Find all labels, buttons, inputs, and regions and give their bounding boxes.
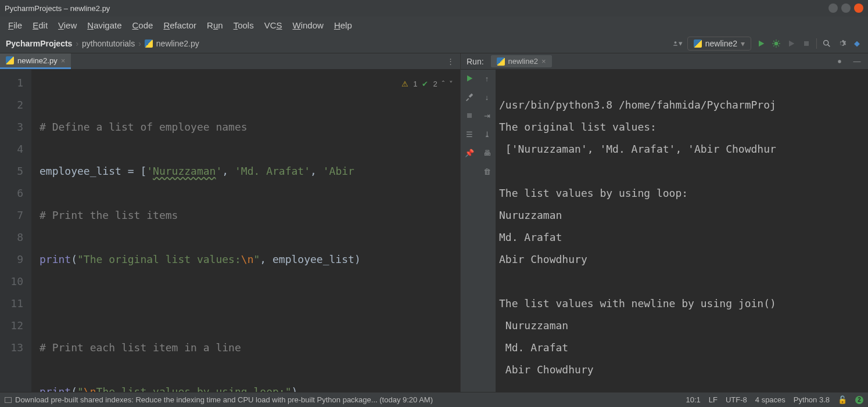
menu-file[interactable]: File	[3, 19, 27, 32]
editor-tab-label: newline2.py	[17, 56, 58, 65]
main-area: newline2.py × ⋮ 12345678910111213 ⚠1✔2ˆ˅…	[0, 53, 868, 392]
run-label: Run:	[467, 57, 484, 66]
menu-view[interactable]: View	[53, 19, 81, 32]
window-close-button[interactable]	[854, 3, 863, 13]
run-tab[interactable]: newline2 ×	[491, 55, 552, 67]
plugin-icon[interactable]: ◆	[852, 38, 862, 49]
user-icon[interactable]: ▾	[672, 38, 683, 49]
breadcrumb-file[interactable]: newline2.py	[156, 39, 199, 48]
close-run-tab-icon[interactable]: ×	[541, 57, 546, 66]
inspection-widget[interactable]: ⚠1✔2ˆ˅	[401, 73, 453, 95]
hide-tool-window-icon[interactable]: —	[852, 56, 862, 67]
svg-rect-4	[467, 113, 472, 118]
menu-vcs[interactable]: VCS	[260, 19, 287, 32]
scroll-to-end-icon[interactable]: ⤓	[482, 129, 492, 139]
tool-window-icon[interactable]	[5, 397, 12, 403]
search-everywhere-button[interactable]	[822, 38, 832, 49]
status-message[interactable]: Download pre-built shared indexes: Reduc…	[15, 395, 433, 404]
debug-button[interactable]	[771, 38, 781, 49]
menu-tools[interactable]: Tools	[229, 19, 259, 32]
menu-run[interactable]: Run	[202, 19, 228, 32]
run-tab-label: newline2	[508, 57, 538, 66]
menubar: File Edit View Navigate Code Refactor Ru…	[0, 16, 868, 34]
window-title: PycharmProjects – newline2.py	[5, 4, 110, 13]
breadcrumb[interactable]: PycharmProjects › pythontutorials › newl…	[6, 39, 199, 48]
python-file-icon	[6, 56, 14, 64]
navigation-bar: PycharmProjects › pythontutorials › newl…	[0, 34, 868, 53]
run-config-label: newline2	[705, 39, 737, 48]
python-interpreter[interactable]: Python 3.8	[794, 395, 830, 404]
code-editor[interactable]: 12345678910111213 ⚠1✔2ˆ˅ # Define a list…	[0, 70, 460, 392]
tab-actions-icon[interactable]: ⋮	[441, 53, 460, 69]
menu-edit[interactable]: Edit	[28, 19, 52, 32]
down-arrow-icon[interactable]: ↓	[482, 92, 492, 102]
stop-icon[interactable]	[464, 110, 475, 121]
svg-point-1	[774, 41, 779, 45]
run-toolbar-right: ↑ ↓ ⇥ ⤓ 🖶 🗑	[478, 70, 496, 392]
run-body: ☰ 📌 ↑ ↓ ⇥ ⤓ 🖶 🗑 /usr/bin/python3.8 /home…	[461, 70, 868, 392]
run-button[interactable]	[756, 38, 766, 49]
run-config-selector[interactable]: newline2 ▾	[687, 37, 751, 51]
editor-tabs: newline2.py × ⋮	[0, 53, 460, 70]
caret-position[interactable]: 10:1	[686, 395, 700, 404]
notifications-badge[interactable]: 2	[855, 396, 863, 404]
line-gutter: 12345678910111213	[0, 70, 31, 392]
run-tool-window: Run: newline2 × — ☰ 📌 ↑ ↓	[461, 53, 868, 392]
titlebar: PycharmProjects – newline2.py	[0, 0, 868, 16]
clear-icon[interactable]: 🗑	[482, 166, 492, 177]
breadcrumb-root[interactable]: PycharmProjects	[6, 39, 72, 48]
indent-settings[interactable]: 4 spaces	[755, 395, 785, 404]
settings-button[interactable]	[837, 38, 847, 49]
chevron-right-icon: ›	[138, 39, 141, 48]
console-output[interactable]: /usr/bin/python3.8 /home/fahmida/Pycharm…	[496, 70, 868, 392]
editor-tab-newline2[interactable]: newline2.py ×	[0, 53, 71, 69]
editor-pane: newline2.py × ⋮ 12345678910111213 ⚠1✔2ˆ˅…	[0, 53, 461, 392]
svg-point-0	[674, 41, 676, 44]
menu-window[interactable]: Window	[288, 19, 328, 32]
lock-icon[interactable]: 🔓	[838, 395, 847, 404]
line-separator[interactable]: LF	[709, 395, 718, 404]
breadcrumb-folder[interactable]: pythontutorials	[82, 39, 135, 48]
python-file-icon	[497, 57, 505, 66]
run-with-coverage-button[interactable]	[786, 38, 797, 49]
wrench-icon[interactable]	[464, 92, 475, 102]
menu-refactor[interactable]: Refactor	[159, 19, 201, 32]
menu-code[interactable]: Code	[128, 19, 158, 32]
chevron-right-icon: ›	[76, 39, 78, 48]
window-minimize-button[interactable]	[828, 3, 838, 13]
run-settings-icon[interactable]	[834, 56, 845, 67]
stop-button[interactable]	[801, 38, 812, 49]
close-tab-icon[interactable]: ×	[61, 56, 66, 65]
run-toolbar-left: ☰ 📌	[461, 70, 478, 392]
chevron-down-icon: ▾	[741, 39, 745, 48]
pin-icon[interactable]: 📌	[464, 147, 475, 158]
menu-help[interactable]: Help	[329, 19, 357, 32]
svg-point-3	[824, 40, 828, 45]
rerun-icon[interactable]	[464, 73, 475, 84]
layout-icon[interactable]: ☰	[464, 129, 475, 139]
print-icon[interactable]: 🖶	[482, 147, 492, 158]
python-file-icon	[694, 39, 702, 48]
python-file-icon	[145, 39, 153, 48]
soft-wrap-icon[interactable]: ⇥	[482, 110, 492, 121]
window-maximize-button[interactable]	[841, 3, 851, 13]
status-bar: Download pre-built shared indexes: Reduc…	[0, 392, 868, 407]
menu-navigate[interactable]: Navigate	[83, 19, 126, 32]
run-header: Run: newline2 × —	[461, 53, 868, 70]
file-encoding[interactable]: UTF-8	[726, 395, 747, 404]
up-arrow-icon[interactable]: ↑	[482, 73, 492, 84]
code-body[interactable]: ⚠1✔2ˆ˅ # Define a list of employee names…	[31, 70, 460, 392]
svg-rect-2	[804, 41, 809, 46]
